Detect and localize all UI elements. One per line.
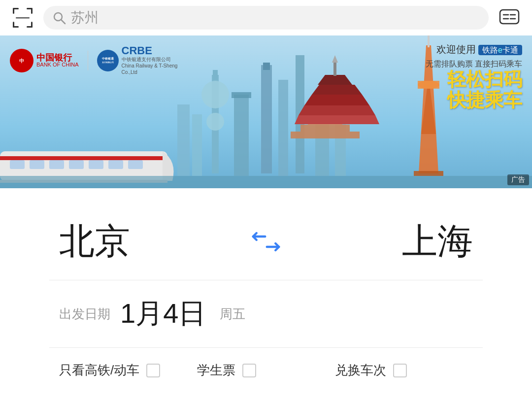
crbe-name-text: CRBE bbox=[122, 45, 191, 56]
svg-marker-36 bbox=[304, 95, 369, 105]
search-icon bbox=[52, 11, 66, 25]
svg-rect-5 bbox=[13, 22, 14, 28]
boc-icon: 中 bbox=[10, 49, 33, 72]
brand-tag: 铁路e卡通 bbox=[478, 45, 522, 55]
hsr-label: 只看高铁/动车 bbox=[59, 362, 139, 379]
svg-rect-49 bbox=[10, 160, 25, 169]
svg-rect-24 bbox=[263, 63, 270, 70]
student-option[interactable]: 学生票 bbox=[197, 362, 335, 379]
search-bar[interactable]: 苏州 bbox=[43, 6, 489, 30]
svg-text:支付有限公司: 支付有限公司 bbox=[102, 61, 114, 64]
date-weekday: 周五 bbox=[220, 305, 245, 323]
date-label: 出发日期 bbox=[59, 305, 110, 323]
svg-marker-37 bbox=[299, 105, 375, 115]
options-row: 只看高铁/动车 学生票 兑换车次 bbox=[30, 348, 502, 393]
ad-badge: 广告 bbox=[507, 174, 529, 185]
main-card: 北京 上海 出发日期 1月4日 周五 只看高铁/动车 学生票 bbox=[0, 188, 532, 406]
svg-rect-48 bbox=[0, 156, 167, 160]
student-label: 学生票 bbox=[197, 362, 235, 379]
svg-rect-54 bbox=[108, 160, 123, 169]
to-city[interactable]: 上海 bbox=[402, 218, 473, 265]
crbe-sub-text: 中铁银通支付有限公司China Railway & T-Sheng Co.,Lt… bbox=[122, 56, 191, 75]
svg-marker-38 bbox=[295, 115, 379, 124]
route-row: 北京 上海 bbox=[30, 203, 502, 280]
svg-line-10 bbox=[61, 20, 65, 24]
svg-marker-35 bbox=[312, 85, 362, 95]
svg-rect-3 bbox=[31, 8, 33, 14]
exchange-checkbox[interactable] bbox=[393, 364, 407, 377]
banner[interactable]: 中 中国银行 BANK OF CHINA 中铁银通 支付有限公司 CRBE 中铁… bbox=[0, 35, 532, 188]
crbe-logo: 中铁银通 支付有限公司 CRBE 中铁银通支付有限公司China Railway… bbox=[97, 45, 191, 75]
date-value: 1月4日 bbox=[120, 295, 206, 333]
svg-rect-27 bbox=[177, 104, 190, 176]
banner-welcome-text: 欢迎使用 铁路e卡通 bbox=[426, 43, 522, 56]
svg-rect-8 bbox=[16, 17, 30, 19]
banner-slogan2: 快捷乘车 bbox=[426, 90, 522, 111]
svg-rect-52 bbox=[69, 160, 84, 169]
svg-rect-32 bbox=[300, 125, 350, 132]
banner-slogan1: 轻松扫码 bbox=[426, 69, 522, 90]
svg-rect-7 bbox=[31, 22, 33, 28]
svg-rect-22 bbox=[232, 92, 251, 98]
svg-rect-46 bbox=[414, 171, 443, 176]
boc-cn-text: 中国银行 bbox=[36, 53, 79, 62]
student-checkbox[interactable] bbox=[242, 364, 256, 377]
svg-rect-11 bbox=[500, 10, 519, 24]
svg-point-18 bbox=[201, 81, 229, 108]
svg-rect-28 bbox=[192, 114, 202, 176]
svg-text:中: 中 bbox=[19, 58, 24, 64]
from-city[interactable]: 北京 bbox=[59, 218, 130, 265]
date-row[interactable]: 出发日期 1月4日 周五 bbox=[30, 280, 502, 347]
exchange-option[interactable]: 兑换车次 bbox=[335, 362, 473, 379]
logo-divider bbox=[88, 51, 88, 70]
svg-rect-51 bbox=[49, 160, 64, 169]
svg-point-19 bbox=[206, 113, 224, 131]
svg-rect-50 bbox=[30, 160, 44, 169]
banner-logos: 中 中国银行 BANK OF CHINA 中铁银通 支付有限公司 CRBE 中铁… bbox=[10, 45, 191, 75]
svg-rect-25 bbox=[278, 80, 288, 176]
search-input-placeholder: 苏州 bbox=[71, 8, 99, 27]
scan-icon[interactable] bbox=[10, 5, 35, 31]
boc-logo: 中 中国银行 BANK OF CHINA bbox=[10, 49, 79, 72]
boc-en-text: BANK OF CHINA bbox=[36, 62, 79, 68]
exchange-label: 兑换车次 bbox=[335, 362, 386, 379]
chat-icon[interactable] bbox=[497, 5, 522, 31]
svg-rect-21 bbox=[234, 95, 249, 176]
svg-rect-57 bbox=[0, 176, 532, 188]
svg-rect-31 bbox=[291, 132, 360, 138]
svg-text:中铁银通: 中铁银通 bbox=[102, 57, 114, 60]
svg-rect-1 bbox=[13, 8, 14, 14]
svg-rect-20 bbox=[213, 70, 218, 80]
svg-point-60 bbox=[101, 54, 114, 67]
svg-rect-55 bbox=[128, 160, 143, 169]
crbe-icon: 中铁银通 支付有限公司 bbox=[97, 50, 119, 71]
hsr-checkbox[interactable] bbox=[146, 364, 160, 377]
svg-rect-23 bbox=[261, 65, 272, 173]
banner-right: 欢迎使用 铁路e卡通 无需排队购票 直接扫码乘车 轻松扫码 快捷乘车 bbox=[426, 43, 522, 111]
banner-sub-text: 无需排队购票 直接扫码乘车 bbox=[426, 59, 522, 69]
top-bar: 苏州 bbox=[0, 0, 532, 35]
swap-button[interactable] bbox=[249, 228, 283, 255]
svg-rect-53 bbox=[89, 160, 103, 169]
hsr-option[interactable]: 只看高铁/动车 bbox=[59, 362, 197, 379]
